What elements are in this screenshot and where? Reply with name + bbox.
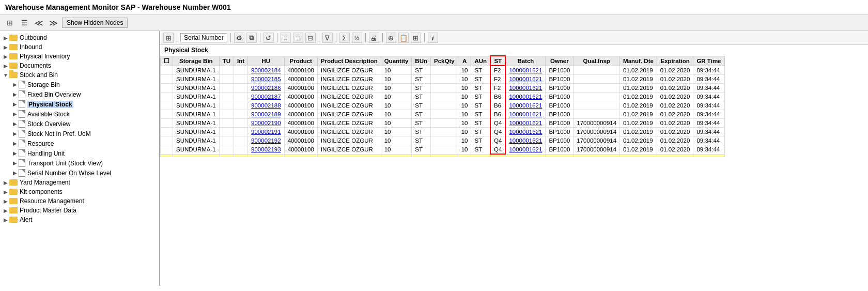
expand-all-icon[interactable]: ≫ [48,17,59,28]
col-header-gr-time[interactable]: GR Time [693,56,724,66]
tree-item-documents[interactable]: ▶Documents [0,61,159,70]
show-hidden-nodes-button[interactable]: Show Hidden Nodes [62,18,128,28]
col-header-expiration[interactable]: Expiration [657,56,693,66]
link-batch-9[interactable]: 1000001621 [509,146,542,152]
print-icon[interactable]: 🖨 [369,33,379,43]
link-hu-2[interactable]: 900002186 [251,85,281,91]
tree-arrow-kit-components[interactable]: ▶ [2,189,9,195]
tree-arrow-physical-stock[interactable]: ▶ [11,101,19,107]
tree-arrow-stock-overview[interactable]: ▶ [11,121,19,127]
link-hu-6[interactable]: 900002190 [251,120,281,126]
link-batch-0[interactable]: 1000001621 [509,67,542,73]
table-row[interactable]: SUNDURMA-190000219140000100INGILIZCE OZG… [161,128,725,136]
col-header-manuf-dte[interactable]: Manuf. Dte [620,56,657,66]
col-header-a[interactable]: A [458,56,471,66]
col-header-tu[interactable]: TU [219,56,234,66]
tree-arrow-available-stock[interactable]: ▶ [11,111,19,117]
link-batch-8[interactable]: 1000001621 [509,137,542,144]
link-hu-3[interactable]: 900002187 [251,94,281,100]
tree-item-transport-unit[interactable]: ▶Transport Unit (Stock View) [0,158,159,168]
list-icon[interactable]: ≡ [281,33,291,43]
tree-arrow-fixed-bin-overview[interactable]: ▶ [11,91,19,97]
tree-arrow-stock-and-bin[interactable]: ▼ [2,72,9,78]
tree-item-stock-and-bin[interactable]: ▼Stock and Bin [0,70,159,80]
tree-arrow-yard-management[interactable]: ▶ [2,180,9,186]
info-icon[interactable]: i [428,33,438,43]
table-row[interactable]: SUNDURMA-190000218740000100INGILIZCE OZG… [161,93,725,101]
tree-arrow-handling-unit[interactable]: ▶ [11,150,19,156]
tree-item-product-master-data[interactable]: ▶Product Master Data [0,206,159,215]
col-header-owner[interactable]: Owner [546,56,574,66]
tree-item-resource-management[interactable]: ▶Resource Management [0,196,159,206]
col-header-hu[interactable]: HU [248,56,285,66]
link-batch-4[interactable]: 1000001621 [509,102,542,109]
tree-item-storage-bin[interactable]: ▶Storage Bin [0,80,159,89]
table-row[interactable]: SUNDURMA-190000219340000100INGILIZCE OZG… [161,145,725,155]
col-header-batch[interactable]: Batch [505,56,545,66]
tree-arrow-serial-number[interactable]: ▶ [11,170,19,176]
col-header-product-desc[interactable]: Product Description [317,56,381,66]
sum-icon[interactable]: Σ [339,33,350,43]
link-batch-1[interactable]: 1000001621 [509,76,542,82]
tree-arrow-product-master-data[interactable]: ▶ [2,208,9,213]
funnel-icon[interactable]: ∇ [322,33,333,43]
clipboard-icon[interactable]: 📋 [398,33,409,43]
link-hu-9[interactable]: 900002193 [251,146,281,152]
tree-arrow-resource-management[interactable]: ▶ [2,198,9,204]
table-row[interactable]: SUNDURMA-190000218940000100INGILIZCE OZG… [161,110,725,119]
link-batch-3[interactable]: 1000001621 [509,94,542,100]
col-header-product[interactable]: Product [284,56,317,66]
table-row[interactable]: SUNDURMA-190000218640000100INGILIZCE OZG… [161,84,725,93]
tree-arrow-alert[interactable]: ▶ [2,217,9,223]
tree-item-physical-inventory[interactable]: ▶Physical Inventory [0,52,159,61]
tree-item-fixed-bin-overview[interactable]: ▶Fixed Bin Overview [0,89,159,99]
link-batch-6[interactable]: 1000001621 [509,120,542,126]
tree-arrow-resource[interactable]: ▶ [11,141,19,146]
table-row[interactable]: SUNDURMA-190000218540000100INGILIZCE OZG… [161,75,725,84]
tree-item-alert[interactable]: ▶Alert [0,215,159,224]
col-header-int[interactable]: Int [234,56,248,66]
link-batch-7[interactable]: 1000001621 [509,129,542,135]
grid2-icon[interactable]: ⊞ [411,33,421,43]
col-header-bun[interactable]: BUn [412,56,431,66]
tree-arrow-inbound[interactable]: ▶ [2,44,9,50]
menu-icon[interactable]: ☰ [19,17,30,28]
col-header-pckqty[interactable]: PckQty [431,56,458,66]
fraction-icon[interactable]: ½ [352,33,362,43]
link-hu-0[interactable]: 900002184 [251,67,281,73]
tree-arrow-stock-not-in-pref[interactable]: ▶ [11,131,19,136]
layout-icon[interactable]: ⧉ [246,33,257,43]
tree-item-serial-number[interactable]: ▶Serial Number On Whse Level [0,168,159,178]
link-hu-5[interactable]: 900002189 [251,111,281,117]
table-icon[interactable]: ⊞ [163,33,174,43]
tree-arrow-storage-bin[interactable]: ▶ [11,82,19,87]
col-header-checkbox[interactable]: ☐ [161,56,173,66]
col-header-quantity[interactable]: Quantity [381,56,412,66]
col-header-storage-bin[interactable]: Storage Bin [173,56,220,66]
settings-icon[interactable]: ⚙ [234,33,244,43]
link-hu-7[interactable]: 900002191 [251,129,281,135]
tree-item-yard-management[interactable]: ▶Yard Management [0,178,159,187]
table-row[interactable]: SUNDURMA-190000219240000100INGILIZCE OZG… [161,136,725,145]
refresh-icon[interactable]: ↺ [264,33,274,43]
tree-arrow-outbound[interactable]: ▶ [2,35,9,41]
col-header-st[interactable]: ST [490,56,505,66]
tree-item-outbound[interactable]: ▶Outbound [0,33,159,42]
link-batch-5[interactable]: 1000001621 [509,111,542,117]
table-row[interactable]: SUNDURMA-190000219040000100INGILIZCE OZG… [161,119,725,128]
table-row[interactable]: SUNDURMA-190000218840000100INGILIZCE OZG… [161,101,725,110]
tree-item-stock-not-in-pref[interactable]: ▶Stock Not In Pref. UoM [0,129,159,139]
grid-icon[interactable]: ⊞ [4,17,16,28]
tree-arrow-transport-unit[interactable]: ▶ [11,160,19,166]
tree-item-kit-components[interactable]: ▶Kit components [0,187,159,196]
tree-item-physical-stock[interactable]: ▶Physical Stock [0,99,159,109]
col-header-aun[interactable]: AUn [471,56,490,66]
bookmark-icon[interactable]: ⊟ [305,33,316,43]
tree-item-stock-overview[interactable]: ▶Stock Overview [0,119,159,129]
link-hu-8[interactable]: 900002192 [251,137,281,144]
tree-item-available-stock[interactable]: ▶Available Stock [0,109,159,119]
filter-icon[interactable]: ≣ [293,33,303,43]
tree-arrow-documents[interactable]: ▶ [2,63,9,69]
table-row[interactable]: SUNDURMA-190000218440000100INGILIZCE OZG… [161,66,725,75]
tree-item-resource[interactable]: ▶Resource [0,139,159,148]
